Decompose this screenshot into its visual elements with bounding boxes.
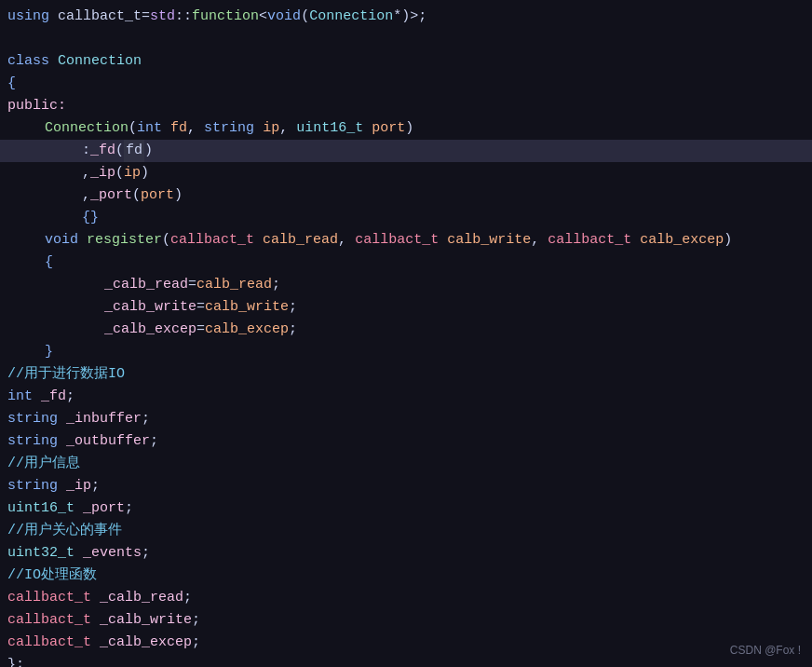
code-line-17: //用于进行数据IO bbox=[0, 363, 812, 386]
code-line-14: _calb_write=calb_write; bbox=[0, 296, 812, 319]
code-line-8: ,_ip(ip) bbox=[0, 162, 812, 184]
code-line-7: :_fd(fd) bbox=[0, 140, 812, 162]
code-line-30: }; bbox=[0, 654, 812, 667]
code-line-29: callbact_t _calb_excep; bbox=[0, 632, 812, 654]
code-line-22: string _ip; bbox=[0, 475, 812, 497]
code-line-3: class Connection bbox=[0, 50, 812, 73]
watermark: CSDN @Fox ! bbox=[730, 642, 801, 660]
code-line-6: Connection(int fd, string ip, uint16_t p… bbox=[0, 117, 812, 140]
code-editor: using callbact_t=std::function<void(Conn… bbox=[0, 0, 812, 667]
code-line-27: callbact_t _calb_read; bbox=[0, 587, 812, 609]
code-line-11: void resgister(callbact_t calb_read, cal… bbox=[0, 229, 812, 252]
code-line-26: //IO处理函数 bbox=[0, 565, 812, 587]
code-line-20: string _outbuffer; bbox=[0, 430, 812, 453]
code-line-15: _calb_excep=calb_excep; bbox=[0, 319, 812, 341]
code-line-21: //用户信息 bbox=[0, 453, 812, 475]
code-line-24: //用户关心的事件 bbox=[0, 520, 812, 542]
code-line-10: {} bbox=[0, 207, 812, 229]
code-line-1: using callbact_t=std::function<void(Conn… bbox=[0, 6, 812, 28]
code-line-28: callbact_t _calb_write; bbox=[0, 609, 812, 632]
code-line-13: _calb_read=calb_read; bbox=[0, 274, 812, 296]
code-line-25: uint32_t _events; bbox=[0, 542, 812, 565]
code-line-9: ,_port(port) bbox=[0, 184, 812, 207]
code-line-18: int _fd; bbox=[0, 386, 812, 408]
code-line-5: public: bbox=[0, 95, 812, 117]
code-line-19: string _inbuffer; bbox=[0, 408, 812, 430]
code-line-2 bbox=[0, 28, 812, 50]
code-line-23: uint16_t _port; bbox=[0, 497, 812, 520]
code-line-4: { bbox=[0, 73, 812, 95]
code-line-12: { bbox=[0, 252, 812, 274]
code-line-16: } bbox=[0, 341, 812, 363]
